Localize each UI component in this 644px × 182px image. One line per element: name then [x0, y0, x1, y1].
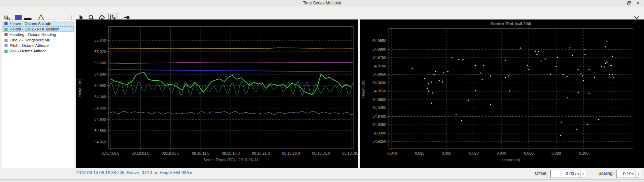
svg-text:54.9400: 54.9400	[372, 114, 386, 118]
legend-item-ping-z[interactable]: Ping Z - Kongsberg MB	[2, 37, 74, 43]
svg-text:08:18:06.0: 08:18:06.0	[162, 151, 180, 155]
scaling-spinbox[interactable]: 0.10× ▲▼	[616, 170, 641, 178]
window-title: Time Series Multiplot	[0, 1, 644, 5]
offset-spin-buttons[interactable]: ▲▼	[580, 170, 586, 178]
svg-text:0.020: 0.020	[469, 151, 479, 155]
app-window: Time Series Multiplot ✕ ⚙⚙ ⌄ △	[0, 0, 644, 182]
svg-text:0.100: 0.100	[579, 151, 588, 155]
svg-text:Height (m): Height (m)	[361, 79, 365, 98]
svg-text:-0.020: -0.020	[414, 151, 424, 155]
svg-text:54.900: 54.900	[94, 117, 106, 121]
svg-text:54.9700: 54.9700	[372, 64, 386, 68]
svg-text:0.060: 0.060	[524, 151, 534, 155]
svg-text:08:18:36.0: 08:18:36.0	[342, 151, 358, 155]
svg-text:Series Time(UTC) - 2013-06-14: Series Time(UTC) - 2013-06-14	[203, 158, 259, 162]
offset-spinbox[interactable]: 0.00 m ▲▼	[550, 170, 586, 178]
svg-text:55.040: 55.040	[94, 38, 106, 42]
scaling-label: Scaling:	[598, 171, 613, 176]
close-window-button[interactable]: ✕	[634, 0, 641, 6]
timeseries-plot[interactable]: 08:17:56.008:18:01.008:18:06.008:18:11.0…	[76, 20, 358, 168]
svg-text:54.940: 54.940	[94, 95, 106, 99]
legend-item-label: Ping Z - Kongsberg MB	[10, 38, 51, 42]
scaling-value[interactable]: 0.10×	[617, 171, 635, 176]
svg-text:Scatter Plot (r=0.204): Scatter Plot (r=0.204)	[490, 22, 532, 26]
svg-text:54.9650: 54.9650	[372, 72, 386, 76]
legend-item-pitch[interactable]: Pitch - Octans Attitude	[2, 43, 74, 48]
svg-text:54.9750: 54.9750	[372, 55, 386, 60]
svg-text:08:18:01.0: 08:18:01.0	[132, 151, 150, 155]
svg-text:54.980: 54.980	[94, 72, 106, 76]
legend-item-label: Roll - Octans Attitude	[10, 49, 47, 53]
legend-item-heave[interactable]: Heave - Octans Attitude	[2, 21, 74, 26]
window-bottom-edge	[0, 179, 644, 182]
series-color-swatch	[4, 50, 8, 53]
svg-text:54.920: 54.920	[94, 106, 106, 110]
spin-down-icon[interactable]: ▼	[637, 174, 640, 176]
restore-window-button[interactable]	[625, 0, 632, 6]
legend-item-label: Pitch - Octans Attitude	[10, 43, 49, 48]
svg-text:54.9550: 54.9550	[372, 89, 386, 93]
svg-text:54.9500: 54.9500	[372, 98, 386, 102]
svg-text:54.9250: 54.9250	[372, 139, 386, 143]
series-legend-panel: Heave - Octans Attitude Height - GNSS RT…	[2, 20, 74, 179]
offset-value[interactable]: 0.00 m	[551, 171, 580, 176]
svg-text:54.9350: 54.9350	[372, 122, 386, 127]
svg-text:54.9850: 54.9850	[372, 39, 386, 43]
legend-item-heading[interactable]: Heading - Octans Heading	[2, 32, 74, 37]
svg-text:08:18:21.0: 08:18:21.0	[252, 151, 270, 155]
series-color-swatch	[4, 22, 8, 25]
series-color-swatch	[4, 39, 8, 42]
scaling-spin-buttons[interactable]: ▲▼	[635, 170, 641, 178]
collapse-chevron-icon[interactable]	[634, 16, 639, 19]
svg-text:54.880: 54.880	[94, 129, 106, 133]
svg-text:08:18:11.0: 08:18:11.0	[192, 151, 210, 155]
svg-text:55.000: 55.000	[94, 61, 106, 65]
status-bar: 2013-06-14 08:18:38.255, Heave -0.014 m,…	[0, 168, 644, 179]
svg-text:0.000: 0.000	[442, 151, 451, 155]
title-bar: Time Series Multiplot ✕	[0, 0, 644, 6]
series-color-swatch	[4, 28, 8, 31]
svg-text:Heave (m): Heave (m)	[502, 158, 520, 162]
svg-text:0.040: 0.040	[497, 151, 506, 155]
series-color-swatch	[4, 33, 8, 36]
offset-label: Offset:	[535, 171, 548, 176]
legend-item-label: Heave - Octans Attitude	[10, 22, 51, 26]
svg-text:08:17:56.0: 08:17:56.0	[102, 151, 119, 155]
svg-text:Height (m): Height (m)	[77, 78, 82, 97]
legend-item-label: Heading - Octans Heading	[10, 32, 56, 37]
toolbar: ⚙⚙ ⌄ △	[0, 6, 644, 20]
svg-text:54.9450: 54.9450	[372, 106, 386, 110]
spin-down-icon[interactable]: ▼	[582, 174, 584, 176]
svg-text:55.020: 55.020	[94, 50, 106, 54]
cursor-readout: 2013-06-14 08:18:38.255, Heave -0.014 m,…	[76, 170, 193, 175]
svg-text:-0.040: -0.040	[386, 151, 397, 155]
svg-text:08:18:31.0: 08:18:31.0	[312, 151, 330, 155]
restore-icon	[627, 1, 631, 5]
legend-item-label: Height - GNSS RTK position	[10, 27, 59, 31]
svg-text:54.9600: 54.9600	[372, 81, 386, 85]
svg-text:08:18:26.0: 08:18:26.0	[282, 151, 300, 155]
svg-text:0.080: 0.080	[551, 151, 561, 155]
svg-text:54.9300: 54.9300	[372, 131, 386, 135]
svg-text:54.860: 54.860	[94, 140, 106, 144]
legend-item-height[interactable]: Height - GNSS RTK position	[2, 26, 74, 32]
scatter-plot[interactable]: -0.040-0.0200.0000.0200.0400.0600.0800.1…	[360, 20, 644, 168]
series-color-swatch	[4, 44, 8, 47]
svg-text:54.9800: 54.9800	[372, 47, 386, 51]
legend-item-roll[interactable]: Roll - Octans Attitude	[2, 48, 74, 54]
svg-text:54.960: 54.960	[94, 83, 106, 88]
svg-text:08:18:16.0: 08:18:16.0	[222, 151, 240, 155]
